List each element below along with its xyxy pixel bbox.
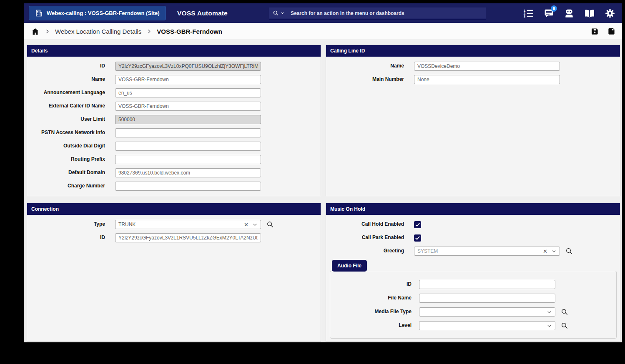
field-label: ID [27, 63, 105, 69]
audio-file-tab[interactable]: Audio File [332, 260, 367, 272]
hierarchy-tenant-button[interactable]: Webex-calling : VOSS-GBR-Ferndown (Site) [29, 6, 166, 20]
field-row-external-caller-id-name: External Caller ID Name [27, 102, 321, 111]
field-label: PSTN Access Network Info [27, 130, 105, 135]
chevron-down-icon[interactable] [252, 222, 258, 227]
save-icon[interactable] [591, 27, 599, 35]
field-label: Outside Dial Digit [27, 143, 105, 149]
breadcrumb-item-current: VOSS-GBR-Ferndown [157, 28, 222, 35]
lookup-search-icon[interactable] [565, 247, 573, 255]
combobox-level[interactable] [419, 321, 555, 330]
combobox-media-file-type[interactable] [419, 307, 555, 317]
top-navigation-bar: Webex-calling : VOSS-GBR-Ferndown (Site)… [24, 3, 622, 23]
field-label: Call Hold Enabled [326, 222, 404, 227]
breadcrumb-item-menu[interactable]: Webex Location Calling Details [55, 28, 141, 35]
field-row-default-domain: Default Domain [27, 168, 321, 177]
panel-title: Connection [27, 203, 321, 215]
input-charge-number[interactable] [115, 182, 261, 191]
field-label: Level [330, 323, 412, 328]
panel-title: Calling Line ID [326, 45, 620, 57]
field-row-user-limit: User Limit [27, 115, 321, 124]
lookup-search-icon[interactable] [561, 308, 568, 316]
search-scope-chevron-icon[interactable] [280, 11, 285, 15]
input-outside-dial-digit[interactable] [115, 142, 261, 151]
field-label: File Name [330, 295, 412, 301]
input-routing-prefix[interactable] [115, 155, 261, 164]
input-file-name[interactable] [419, 294, 555, 303]
field-label: ID [27, 235, 105, 240]
field-row-greeting: GreetingSYSTEM✕ [326, 247, 620, 256]
field-row-id: ID [27, 233, 321, 242]
settings-gear-icon[interactable] [605, 8, 615, 19]
chevron-down-icon[interactable] [551, 249, 557, 254]
home-icon[interactable] [31, 27, 40, 36]
checkbox-call-park-enabled[interactable] [414, 234, 421, 242]
input-id[interactable] [419, 280, 555, 289]
field-row-file-name: File Name [330, 294, 616, 303]
lookup-search-icon[interactable] [561, 322, 568, 329]
field-row-name: Name [326, 62, 620, 71]
numbered-list-icon[interactable]: 123 [523, 8, 534, 19]
field-row-routing-prefix: Routing Prefix [27, 155, 321, 164]
field-label: Main Number [326, 77, 404, 82]
input-user-limit [115, 115, 261, 124]
panel-title: Music On Hold [326, 203, 620, 215]
tenant-button-label: Webex-calling : VOSS-GBR-Ferndown (Site) [47, 10, 160, 16]
field-label: Charge Number [27, 183, 105, 189]
lookup-search-icon[interactable] [266, 221, 274, 228]
checkbox-call-hold-enabled[interactable] [414, 221, 421, 228]
field-row-media-file-type: Media File Type [330, 307, 616, 317]
field-row-name: Name [27, 75, 321, 84]
field-row-call-hold-enabled: Call Hold Enabled [326, 220, 620, 229]
input-name[interactable] [414, 62, 560, 71]
input-default-domain[interactable] [115, 168, 261, 177]
panel-music-on-hold-body: Call Hold EnabledCall Park EnabledGreeti… [326, 215, 620, 256]
input-announcement-language[interactable] [115, 88, 261, 97]
building-icon [35, 9, 43, 17]
panel-music-on-hold: Music On Hold Call Hold EnabledCall Park… [326, 203, 620, 342]
breadcrumb: Webex Location Calling Details VOSS-GBR-… [24, 23, 622, 40]
assistant-icon[interactable] [564, 8, 575, 19]
search-input[interactable] [291, 10, 482, 16]
input-external-caller-id-name[interactable] [115, 102, 261, 111]
panel-title: Details [27, 45, 321, 57]
panel-calling-line-id: Calling Line ID NameMain Number [326, 45, 620, 196]
field-label: External Caller ID Name [27, 103, 105, 109]
field-label: ID [330, 282, 412, 287]
panel-connection: Connection TypeTRUNK✕ID [27, 203, 321, 342]
save-alt-icon[interactable] [607, 27, 615, 35]
panel-calling-line-id-body: NameMain Number [326, 57, 620, 84]
global-search-bar[interactable] [269, 7, 486, 19]
svg-text:3: 3 [524, 14, 526, 18]
combobox-value: TRUNK [118, 222, 244, 227]
field-row-announcement-language: Announcement Language [27, 88, 321, 97]
input-pstn-access-network-info[interactable] [115, 128, 261, 137]
documentation-icon[interactable] [584, 8, 595, 19]
search-icon [273, 10, 279, 16]
field-row-outside-dial-digit: Outside Dial Digit [27, 142, 321, 151]
field-row-pstn-access-network-info: PSTN Access Network Info [27, 128, 321, 137]
field-row-call-park-enabled: Call Park Enabled [326, 233, 620, 242]
chevron-down-icon[interactable] [547, 323, 552, 329]
combobox-type[interactable]: TRUNK✕ [115, 220, 261, 229]
input-name[interactable] [115, 75, 261, 84]
input-main-number[interactable] [414, 75, 560, 84]
field-row-id: ID [330, 280, 616, 289]
panel-details: Details IDNameAnnouncement LanguageExter… [27, 45, 321, 196]
breadcrumb-chevron-icon [146, 28, 152, 35]
panel-connection-body: TypeTRUNK✕ID [27, 215, 321, 242]
input-id[interactable] [115, 233, 261, 242]
clear-icon[interactable]: ✕ [244, 222, 248, 228]
field-label: Announcement Language [27, 90, 105, 95]
combobox-greeting[interactable]: SYSTEM✕ [414, 247, 560, 256]
field-label: Name [27, 77, 105, 82]
field-row-main-number: Main Number [326, 75, 620, 84]
audio-file-group: IDFile NameMedia File TypeLevel [330, 271, 617, 339]
field-label: Routing Prefix [27, 157, 105, 162]
chevron-down-icon[interactable] [547, 309, 552, 315]
field-label: Name [326, 63, 404, 69]
messages-icon[interactable]: 8 [543, 8, 554, 19]
app-title: VOSS Automate [177, 3, 228, 23]
clear-icon[interactable]: ✕ [543, 248, 547, 254]
topbar-icon-group: 123 8 [523, 3, 615, 23]
breadcrumb-actions [591, 23, 615, 40]
